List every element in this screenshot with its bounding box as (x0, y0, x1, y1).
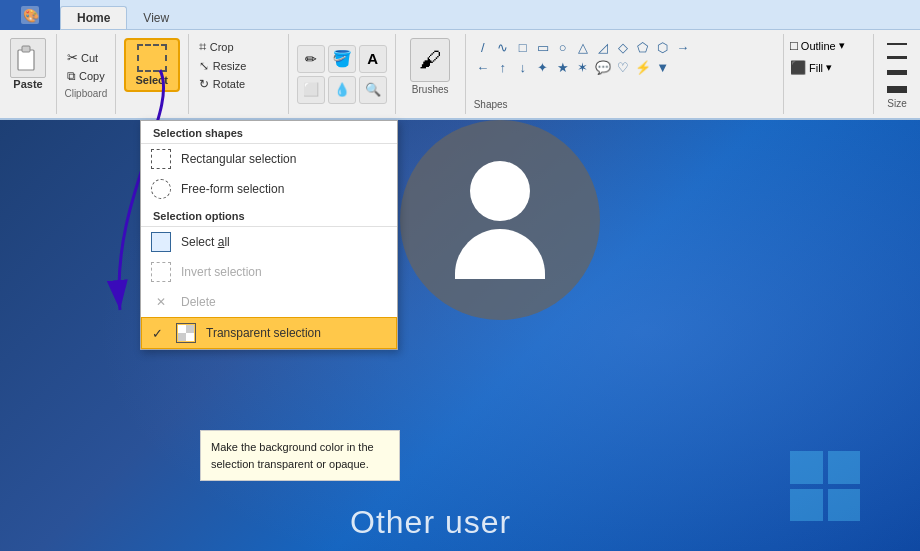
image-btns: ⌗ Crop ⤡ Resize ↻ Rotate (195, 38, 282, 92)
resize-label: Resize (213, 60, 247, 72)
dropdown-menu: Selection shapes Rectangular selection F… (140, 120, 398, 350)
star4-shape[interactable]: ✦ (534, 58, 552, 76)
ribbon-area: 🎨 Home View Paste ✂ Cut (0, 0, 920, 120)
transparent-label: Transparent selection (206, 326, 321, 340)
star6-shape[interactable]: ✶ (574, 58, 592, 76)
right-arrow-shape[interactable]: → (674, 38, 692, 56)
tools-icons: ✏ 🪣 A ⬜ 💧 🔍 (297, 45, 387, 104)
rounded-rect-shape[interactable]: ▭ (534, 38, 552, 56)
freeform-selection-item[interactable]: Free-form selection (141, 174, 397, 204)
tab-home[interactable]: Home (60, 6, 127, 29)
eraser-tool[interactable]: ⬜ (297, 76, 325, 104)
transparent-selection-item[interactable]: ✓ Transparent selection (141, 317, 397, 349)
outline-button[interactable]: □ Outline ▾ (790, 38, 867, 53)
copy-icon: ⧉ (67, 69, 76, 83)
text-tool[interactable]: A (359, 45, 387, 73)
outline-icon: □ (790, 38, 798, 53)
shapes-group: / ∿ □ ▭ ○ △ ◿ ◇ ⬠ ⬡ → ← ↑ ↓ ✦ ★ ✶ 💬 ♡ (466, 34, 784, 114)
clipboard-small-group: ✂ Cut ⧉ Copy Clipboard (57, 34, 116, 114)
callout-shape[interactable]: 💬 (594, 58, 612, 76)
magnifier-tool[interactable]: 🔍 (359, 76, 387, 104)
rect-shape[interactable]: □ (514, 38, 532, 56)
paste-icon (10, 38, 46, 78)
svg-rect-3 (22, 46, 30, 52)
paste-group: Paste (0, 34, 57, 114)
rotate-button[interactable]: ↻ Rotate (195, 76, 282, 92)
avatar-body (455, 229, 545, 279)
invert-selection-item[interactable]: Invert selection (141, 257, 397, 287)
invert-label: Invert selection (181, 265, 262, 279)
left-arrow-shape[interactable]: ← (474, 58, 492, 76)
invert-icon (151, 262, 171, 282)
tools-group: ✏ 🪣 A ⬜ 💧 🔍 (289, 34, 396, 114)
heart-shape[interactable]: ♡ (614, 58, 632, 76)
pentagon-shape[interactable]: ⬠ (634, 38, 652, 56)
rectangular-selection-item[interactable]: Rectangular selection (141, 144, 397, 174)
brushes-group: 🖌 Brushes (396, 34, 466, 114)
copy-label: Copy (79, 70, 105, 82)
ellipse-shape[interactable]: ○ (554, 38, 572, 56)
delete-item[interactable]: ✕ Delete (141, 287, 397, 317)
size-line-1 (887, 43, 907, 45)
tab-view[interactable]: View (127, 7, 185, 29)
transparent-svg (178, 325, 194, 341)
size-selector[interactable] (882, 38, 912, 98)
paste-button[interactable]: Paste (10, 38, 46, 90)
color-picker-tool[interactable]: 💧 (328, 76, 356, 104)
tooltip-box: Make the background color in the selecti… (200, 430, 400, 481)
copy-button[interactable]: ⧉ Copy (63, 68, 109, 84)
svg-rect-4 (178, 325, 186, 333)
user-avatar (380, 120, 620, 420)
lightning-shape[interactable]: ⚡ (634, 58, 652, 76)
select-group: Select (116, 34, 189, 114)
up-arrow-shape[interactable]: ↑ (494, 58, 512, 76)
selection-options-header: Selection options (141, 204, 397, 227)
rectangular-icon (151, 149, 171, 169)
size-line-2 (887, 56, 907, 59)
right-triangle-shape[interactable]: ◿ (594, 38, 612, 56)
outline-chevron: ▾ (839, 39, 845, 52)
down-arrow-shape[interactable]: ↓ (514, 58, 532, 76)
delete-label: Delete (181, 295, 216, 309)
fill-tool[interactable]: 🪣 (328, 45, 356, 73)
curve-shape[interactable]: ∿ (494, 38, 512, 56)
freeform-icon (151, 179, 171, 199)
svg-rect-5 (186, 325, 194, 333)
outline-fill-group: □ Outline ▾ ⬛ Fill ▾ (784, 34, 874, 114)
select-button[interactable]: Select (124, 38, 180, 92)
star5-shape[interactable]: ★ (554, 58, 572, 76)
rectangular-label: Rectangular selection (181, 152, 296, 166)
size-line-4 (887, 86, 907, 93)
crop-button[interactable]: ⌗ Crop (195, 38, 282, 56)
cut-button[interactable]: ✂ Cut (63, 49, 109, 66)
paste-label: Paste (13, 78, 42, 90)
brushes-button[interactable]: 🖌 (410, 38, 450, 82)
line-shape[interactable]: / (474, 38, 492, 56)
ribbon-content: Paste ✂ Cut ⧉ Copy Clipboard Select (0, 30, 920, 120)
other-user-text: Other user (350, 504, 511, 541)
selection-shapes-header: Selection shapes (141, 121, 397, 144)
select-all-item[interactable]: Select all (141, 227, 397, 257)
pencil-tool[interactable]: ✏ (297, 45, 325, 73)
fill-bucket-icon: ⬛ (790, 60, 806, 75)
crop-label: Crop (210, 41, 234, 53)
fill-label: Fill (809, 62, 823, 74)
tooltip-text: Make the background color in the selecti… (211, 441, 374, 470)
hexagon-shape[interactable]: ⬡ (654, 38, 672, 56)
tab-bar: 🎨 Home View (0, 0, 920, 30)
avatar-head (470, 161, 530, 221)
resize-button[interactable]: ⤡ Resize (195, 58, 282, 74)
size-group: Size (874, 34, 920, 114)
delete-icon: ✕ (151, 292, 171, 312)
paste-svg-icon (16, 44, 40, 72)
svg-rect-7 (186, 333, 194, 341)
transparent-icon (176, 323, 196, 343)
more-shapes[interactable]: ▼ (654, 58, 672, 76)
triangle-shape[interactable]: △ (574, 38, 592, 56)
size-label: Size (887, 98, 906, 109)
avatar-circle (400, 120, 600, 320)
fill-button[interactable]: ⬛ Fill ▾ (790, 60, 867, 75)
cut-label: Cut (81, 52, 98, 64)
diamond-shape[interactable]: ◇ (614, 38, 632, 56)
resize-icon: ⤡ (199, 59, 209, 73)
